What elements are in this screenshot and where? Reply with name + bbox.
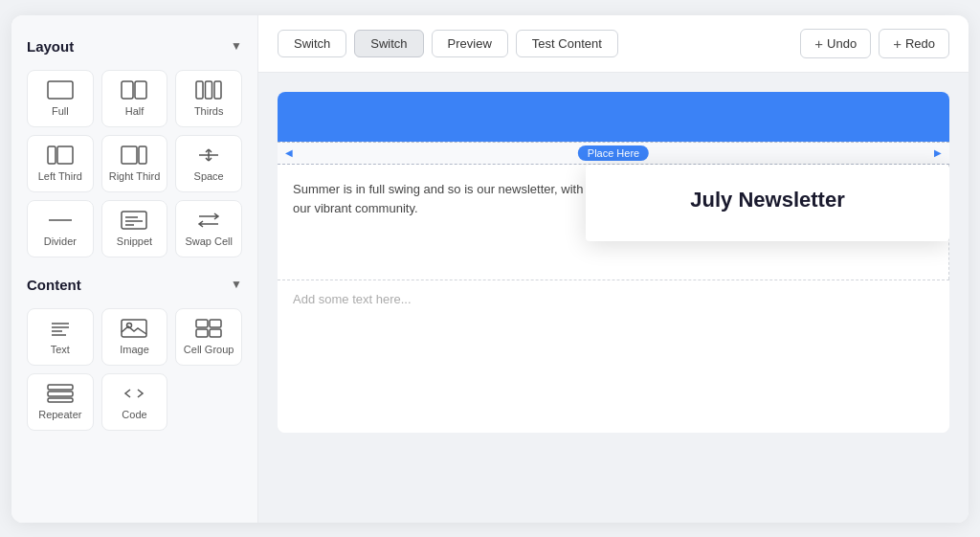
layout-section-header: Layout ▼: [27, 38, 242, 55]
layout-grid: Full Half Thirds: [27, 70, 242, 257]
image-icon: [121, 319, 147, 338]
canvas-area: ◀ Place Here ▶ Summer is in full swing a…: [258, 73, 969, 523]
undo-label: Undo: [827, 36, 857, 51]
cell-group-icon: [195, 319, 222, 338]
layout-left-third-label: Left Third: [38, 170, 82, 182]
content-item-repeater[interactable]: Repeater: [27, 373, 94, 431]
content-grid: Text Image: [27, 308, 242, 431]
layout-item-left-third[interactable]: Left Third: [27, 135, 94, 192]
drop-zone-left-arrow-icon: ◀: [285, 147, 293, 158]
svg-rect-33: [48, 398, 73, 402]
repeater-icon: [47, 384, 74, 403]
content-section-title: Content: [27, 277, 81, 293]
layout-right-third-label: Right Third: [109, 170, 161, 182]
content-item-image[interactable]: Image: [101, 308, 168, 366]
layout-thirds-label: Thirds: [194, 105, 224, 117]
popup-title: July Newsletter: [614, 188, 921, 213]
content-section-header: Content ▼: [27, 277, 242, 293]
content-image-label: Image: [120, 344, 149, 355]
svg-rect-8: [122, 146, 137, 164]
layout-item-right-third[interactable]: Right Third: [101, 135, 168, 192]
drop-zone-right-arrow-icon: ▶: [934, 147, 942, 158]
content-repeater-label: Repeater: [38, 409, 81, 420]
canvas: ◀ Place Here ▶ Summer is in full swing a…: [278, 92, 949, 433]
toolbar: Switch Switch Preview Test Content + Und…: [258, 15, 969, 73]
drop-zone-row[interactable]: ◀ Place Here ▶: [278, 142, 949, 165]
content-chevron-icon[interactable]: ▼: [231, 278, 242, 291]
layout-item-full[interactable]: Full: [27, 70, 94, 127]
undo-plus-icon: +: [814, 35, 823, 52]
svg-rect-1: [122, 81, 133, 99]
layout-item-divider[interactable]: Divider: [27, 200, 94, 257]
layout-snippet-label: Snippet: [117, 235, 152, 247]
right-third-icon: [121, 145, 147, 165]
space-icon: [195, 145, 222, 165]
layout-item-snippet[interactable]: Snippet: [101, 200, 168, 257]
layout-item-half[interactable]: Half: [101, 70, 168, 127]
svg-rect-27: [196, 320, 208, 327]
popup-card: July Newsletter: [586, 165, 949, 241]
svg-rect-2: [135, 81, 146, 99]
svg-rect-30: [210, 329, 221, 337]
switch1-button[interactable]: Switch: [278, 30, 346, 57]
sidebar: Layout ▼ Full Half: [11, 15, 258, 523]
layout-full-label: Full: [52, 105, 69, 117]
svg-rect-6: [48, 146, 56, 164]
text-icon: [47, 319, 74, 338]
half-icon: [121, 80, 147, 100]
content-code-label: Code: [122, 409, 146, 420]
content-text-label: Text: [51, 344, 70, 355]
layout-divider-label: Divider: [44, 235, 77, 247]
svg-rect-29: [196, 329, 208, 337]
undo-button[interactable]: + Undo: [800, 29, 871, 58]
svg-rect-0: [48, 81, 73, 99]
content-section: Content ▼ Text: [27, 277, 242, 431]
full-icon: [47, 80, 74, 100]
layout-item-thirds[interactable]: Thirds: [175, 70, 242, 127]
thirds-icon: [195, 80, 222, 100]
left-third-icon: [47, 145, 74, 165]
svg-rect-28: [210, 320, 221, 327]
svg-rect-31: [48, 385, 73, 390]
svg-rect-5: [214, 81, 221, 99]
add-text-placeholder: Add some text here...: [293, 292, 934, 306]
content-item-text[interactable]: Text: [27, 308, 94, 366]
canvas-bottom-spacer: [278, 318, 949, 433]
svg-rect-7: [57, 146, 73, 164]
divider-icon: [47, 211, 74, 230]
content-cell-group-label: Cell Group: [184, 344, 234, 355]
layout-space-label: Space: [194, 170, 224, 182]
layout-section-title: Layout: [27, 38, 74, 55]
test-content-button[interactable]: Test Content: [516, 30, 618, 57]
content-section-row: Summer is in full swing and so is our ne…: [278, 165, 949, 280]
redo-plus-icon: +: [893, 35, 902, 52]
svg-rect-3: [196, 81, 203, 99]
layout-swap-cell-label: Swap Cell: [185, 235, 233, 247]
main-area: Switch Switch Preview Test Content + Und…: [258, 15, 969, 523]
layout-item-space[interactable]: Space: [175, 135, 242, 192]
swap-cell-icon: [195, 211, 222, 230]
redo-label: Redo: [905, 36, 935, 51]
preview-button[interactable]: Preview: [432, 30, 508, 57]
snippet-icon: [121, 211, 147, 230]
canvas-header-block[interactable]: [278, 92, 949, 142]
switch2-button[interactable]: Switch: [354, 30, 423, 57]
svg-rect-4: [206, 81, 212, 99]
redo-button[interactable]: + Redo: [879, 29, 949, 58]
svg-rect-32: [48, 392, 73, 396]
svg-rect-9: [139, 146, 146, 164]
content-item-cell-group[interactable]: Cell Group: [175, 308, 242, 366]
place-here-badge: Place Here: [578, 145, 649, 161]
layout-item-swap-cell[interactable]: Swap Cell: [175, 200, 242, 257]
layout-chevron-icon[interactable]: ▼: [231, 39, 242, 53]
lower-text-block[interactable]: Add some text here...: [278, 280, 949, 318]
content-item-code[interactable]: Code: [101, 373, 168, 431]
svg-rect-17: [122, 212, 146, 229]
layout-half-label: Half: [125, 105, 145, 117]
code-icon: [121, 384, 147, 403]
